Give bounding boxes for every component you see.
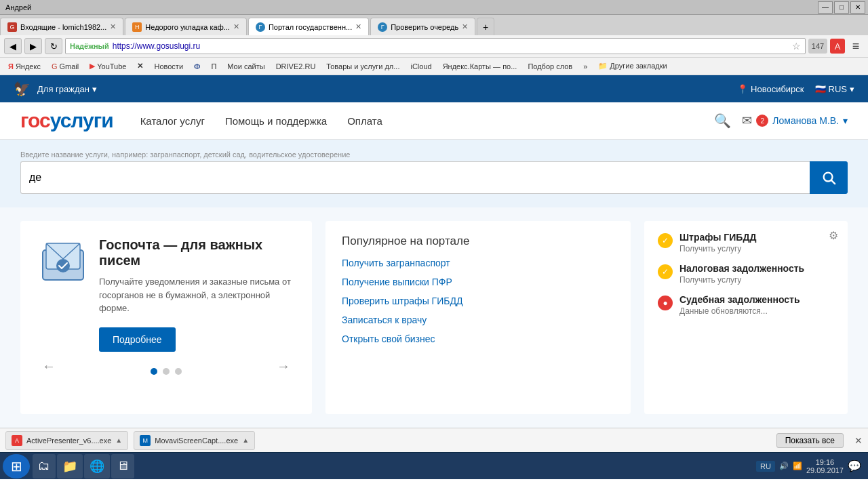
nav-payment[interactable]: Оплата <box>347 115 382 127</box>
gosuslugi-logo[interactable]: госуслуги <box>20 109 113 132</box>
tab-favicon-gosuslugi: Г <box>256 22 265 32</box>
taskbar-app-chrome[interactable]: 🌐 <box>84 454 110 479</box>
carousel-dot-3[interactable] <box>175 368 182 375</box>
download-chevron-movavi[interactable]: ▲ <box>242 436 249 444</box>
top-nav-citizens-menu[interactable]: Для граждан ▾ <box>37 84 97 94</box>
show-all-downloads-button[interactable]: Показать все <box>776 433 844 448</box>
taskbar-app-folder[interactable]: 📁 <box>57 454 83 479</box>
status-icon-court: ● <box>658 296 673 310</box>
bookmark-yandex[interactable]: Я Яндекс <box>4 62 45 71</box>
bookmark-yandex-label: Яндекс <box>16 62 41 70</box>
tab-tile[interactable]: Н Недорого укладка каф... ✕ <box>125 18 247 35</box>
status-sub-gibdd[interactable]: Получить услугу <box>679 244 756 253</box>
minimize-button[interactable]: — <box>818 1 833 14</box>
taskbar-notification-icon[interactable]: 💬 <box>848 460 861 472</box>
bookmark-gmail[interactable]: G Gmail <box>47 62 83 71</box>
maximize-button[interactable]: □ <box>834 1 849 14</box>
citizens-label: Для граждан <box>37 84 90 94</box>
taskbar-network-icon: 📶 <box>793 462 802 470</box>
status-sub-tax[interactable]: Получить услугу <box>679 275 804 285</box>
start-button[interactable]: ⊞ <box>3 454 30 479</box>
extension-icon-2[interactable]: A <box>830 39 845 54</box>
user-menu[interactable]: ✉ 2 Ломанова М.В. ▾ <box>742 113 848 128</box>
bookmark-p[interactable]: П <box>207 62 220 71</box>
tab-gosuslugi[interactable]: Г Портал государственн... ✕ <box>248 18 369 35</box>
list-item: Получение выписки ПФР <box>342 277 614 287</box>
menu-button[interactable]: ≡ <box>848 38 864 54</box>
carousel-dot-1[interactable] <box>151 368 157 375</box>
list-item: Открыть свой бизнес <box>342 333 614 344</box>
location-selector[interactable]: 📍 Новосибирск <box>737 84 804 94</box>
main-navigation: Каталог услуг Помощь и поддержка Оплата <box>140 115 715 127</box>
bookmark-news[interactable]: Новости <box>150 62 187 71</box>
logo-red: гос <box>20 109 50 131</box>
taskbar-app-monitor[interactable]: 🖥 <box>111 454 134 479</box>
carousel-controls: ← → <box>39 359 293 375</box>
bookmark-x[interactable]: ✕ <box>133 61 147 71</box>
site-logo[interactable]: 🦅 <box>14 81 31 97</box>
carousel-next[interactable]: → <box>277 359 290 375</box>
svg-line-1 <box>831 180 835 184</box>
extension-icon-1[interactable]: 147 <box>808 39 827 54</box>
bookmarks-more[interactable]: » <box>579 62 591 71</box>
bookmark-mysites[interactable]: Мои сайты <box>223 62 269 71</box>
popular-link-gibdd[interactable]: Проверить штрафы ГИБДД <box>342 296 462 306</box>
popular-list: Получить загранпаспорт Получение выписки… <box>342 258 614 344</box>
search-input[interactable] <box>20 161 810 194</box>
tab-gmail[interactable]: G Входящие - lomich1982... ✕ <box>0 18 123 35</box>
language-selector[interactable]: 🇷🇺 RUS ▾ <box>815 84 854 94</box>
forward-button[interactable]: ▶ <box>24 38 42 54</box>
popular-link-business[interactable]: Открыть свой бизнес <box>342 333 435 344</box>
carousel-prev[interactable]: ← <box>42 359 56 375</box>
download-item-activepresenter[interactable]: A ActivePresenter_v6....exe ▲ <box>5 431 128 450</box>
nav-catalog[interactable]: Каталог услуг <box>140 115 205 127</box>
download-bar-close[interactable]: ✕ <box>854 435 863 446</box>
bookmark-products[interactable]: Товары и услуги дл... <box>322 62 403 71</box>
popular-link-passport[interactable]: Получить загранпаспорт <box>342 258 450 268</box>
tab-favicon-gmail: G <box>7 22 17 32</box>
tab-close-tile[interactable]: ✕ <box>233 22 239 31</box>
tab-close-check[interactable]: ✕ <box>462 22 468 31</box>
bookmark-words[interactable]: Подбор слов <box>524 62 576 71</box>
logo-blue: услуги <box>50 109 113 131</box>
bookmark-ymaps[interactable]: Яндекс.Карты — по... <box>439 62 521 71</box>
new-tab-button[interactable]: + <box>477 18 494 35</box>
bookmark-f[interactable]: Ф <box>190 62 204 71</box>
tab-close-gmail[interactable]: ✕ <box>110 22 116 31</box>
bookmark-drive2[interactable]: DRIVE2.RU <box>272 62 320 71</box>
gospost-icon <box>39 240 87 352</box>
taskbar-app-explorer[interactable]: 🗂 <box>33 454 56 479</box>
download-chevron-activepresenter[interactable]: ▲ <box>115 436 122 444</box>
tab-close-gosuslugi[interactable]: ✕ <box>355 22 361 31</box>
bookmark-star[interactable]: ☆ <box>792 41 801 52</box>
taskbar-lang[interactable]: RU <box>756 461 775 472</box>
taskbar-sound-icon: 🔊 <box>779 462 789 470</box>
tab-check[interactable]: Г Проверить очередь ✕ <box>370 18 475 35</box>
close-button[interactable]: ✕ <box>850 1 865 14</box>
download-icon-activepresenter: A <box>12 435 22 446</box>
gospost-more-button[interactable]: Подробнее <box>99 327 176 352</box>
bookmarks-folder[interactable]: 📁 Другие закладки <box>594 61 671 71</box>
search-button[interactable] <box>810 161 848 194</box>
citizens-arrow: ▾ <box>92 84 97 94</box>
reload-button[interactable]: ↻ <box>45 38 62 54</box>
settings-gear-icon[interactable]: ⚙ <box>829 229 838 242</box>
content-area: Госпочта — для важных писем Получайте ув… <box>0 207 868 428</box>
taskbar-right: RU 🔊 📶 19:16 29.09.2017 💬 <box>756 458 865 474</box>
mail-badge: 2 <box>756 115 768 127</box>
download-item-movavi[interactable]: M MovaviScreenCapt....exe ▲ <box>134 431 255 450</box>
carousel-dot-2[interactable] <box>163 368 170 375</box>
tab-title-gosuslugi: Портал государственн... <box>269 23 352 31</box>
bookmark-youtube[interactable]: ▶ YouTube <box>85 61 130 71</box>
nav-support[interactable]: Помощь и поддержка <box>225 115 327 127</box>
download-bar: A ActivePresenter_v6....exe ▲ M MovaviSc… <box>0 428 868 452</box>
top-nav: 🦅 Для граждан ▾ 📍 Новосибирск 🇷🇺 RUS ▾ <box>0 75 868 102</box>
popular-link-doctor[interactable]: Записаться к врачу <box>342 314 427 325</box>
bookmark-icloud[interactable]: iCloud <box>406 62 435 71</box>
popular-link-pfr[interactable]: Получение выписки ПФР <box>342 277 452 287</box>
header-search-button[interactable]: 🔍 <box>714 113 731 129</box>
address-bar[interactable]: Надёжный https://www.gosuslugi.ru ☆ <box>65 38 806 54</box>
popular-card: Популярное на портале Получить загранпас… <box>326 221 631 414</box>
status-item-court: ● Судебная задолженность Данные обновляю… <box>658 294 834 316</box>
back-button[interactable]: ◀ <box>4 38 22 54</box>
